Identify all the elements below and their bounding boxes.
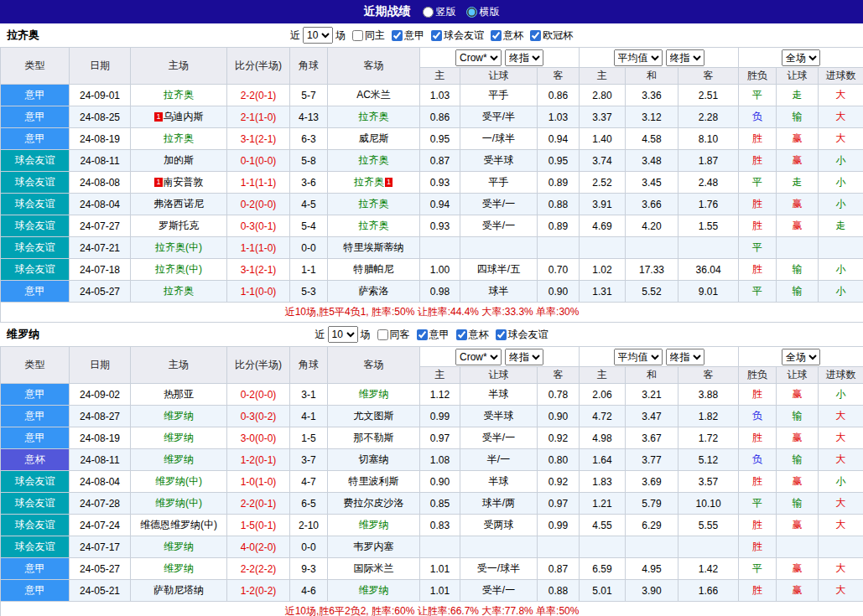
home-team-cell[interactable]: 罗斯托克	[131, 215, 227, 237]
away-team-name[interactable]: 拉齐奥	[354, 176, 384, 188]
league-filter-checkbox[interactable]: 球会友谊	[427, 28, 484, 43]
home-team-cell[interactable]: 1南安普敦	[131, 172, 227, 194]
home-team-name[interactable]: 维罗纳	[164, 453, 194, 465]
odds-company-select[interactable]: Crow*	[455, 49, 502, 66]
odds-company-select[interactable]: Crow*	[455, 349, 502, 365]
score-cell[interactable]: 1-1(0-0)	[227, 281, 290, 303]
home-team-cell[interactable]: 加的斯	[131, 150, 227, 172]
layout-radio-input[interactable]	[423, 7, 434, 18]
score-cell[interactable]: 0-3(0-2)	[227, 406, 290, 427]
away-team-cell[interactable]: 尤文图斯	[328, 406, 420, 427]
away-team-name[interactable]: 维罗纳	[359, 519, 389, 531]
away-team-cell[interactable]: 特里波利斯	[328, 471, 420, 493]
home-team-cell[interactable]: 拉齐奥	[131, 85, 227, 106]
home-team-cell[interactable]: 拉齐奥(中)	[131, 237, 227, 259]
home-team-cell[interactable]: 弗洛西诺尼	[131, 194, 227, 215]
home-team-cell[interactable]: 维罗纳	[131, 558, 227, 580]
away-team-cell[interactable]: AC米兰	[328, 85, 420, 106]
home-team-name[interactable]: 维罗纳	[164, 410, 194, 422]
league-filter-checkbox[interactable]: 同客	[373, 328, 410, 342]
away-team-cell[interactable]: 拉齐奥	[328, 194, 420, 215]
league-filter-checkbox[interactable]: 意甲	[413, 328, 450, 342]
home-team-cell[interactable]: 维罗纳	[131, 406, 227, 427]
score-cell[interactable]: 1-2(0-2)	[227, 580, 290, 602]
away-team-name[interactable]: 切塞纳	[359, 453, 389, 465]
home-team-cell[interactable]: 维罗纳(中)	[131, 471, 227, 493]
league-filter-checkbox[interactable]: 意甲	[387, 28, 424, 43]
away-team-name[interactable]: 韦罗内塞	[354, 541, 394, 552]
away-team-cell[interactable]: 拉齐奥	[328, 215, 420, 237]
league-filter-checkbox-input[interactable]	[417, 329, 428, 340]
away-team-cell[interactable]: 拉齐奥	[328, 150, 420, 172]
score-cell[interactable]: 1-2(0-1)	[227, 449, 290, 471]
away-team-cell[interactable]: 维罗纳	[328, 580, 420, 602]
final-index-select[interactable]: 终指	[666, 49, 704, 66]
league-filter-checkbox[interactable]: 球会友谊	[491, 328, 548, 342]
away-team-name[interactable]: 尤文图斯	[354, 410, 394, 422]
full-match-select[interactable]: 全场	[782, 49, 820, 66]
home-team-name[interactable]: 加的斯	[164, 154, 194, 166]
away-team-cell[interactable]: 费拉尔皮沙洛	[328, 493, 420, 515]
home-team-cell[interactable]: 维罗纳	[131, 449, 227, 471]
away-team-cell[interactable]: 萨索洛	[328, 281, 420, 303]
away-team-name[interactable]: AC米兰	[356, 89, 391, 101]
league-filter-checkbox[interactable]: 欧冠杯	[526, 28, 573, 43]
score-cell[interactable]: 2-2(0-1)	[227, 85, 290, 106]
away-team-cell[interactable]: 维罗纳	[328, 515, 420, 536]
full-match-select[interactable]: 全场	[782, 349, 820, 365]
score-cell[interactable]: 1-5(0-1)	[227, 515, 290, 536]
away-team-name[interactable]: 那不勒斯	[354, 432, 394, 443]
home-team-name[interactable]: 维罗纳(中)	[155, 475, 202, 487]
away-team-name[interactable]: 特腊帕尼	[354, 263, 394, 275]
average-odds-select[interactable]: 平均值	[614, 349, 663, 365]
score-cell[interactable]: 3-0(0-0)	[227, 427, 290, 449]
home-team-name[interactable]: 维罗纳(中)	[155, 497, 202, 509]
home-team-name[interactable]: 萨勒尼塔纳	[153, 584, 204, 596]
away-team-cell[interactable]: 拉齐奥1	[328, 172, 420, 194]
away-team-cell[interactable]: 维罗纳	[328, 384, 420, 406]
average-odds-select[interactable]: 平均值	[614, 49, 663, 66]
league-filter-checkbox-input[interactable]	[431, 30, 442, 41]
home-team-cell[interactable]: 1乌迪内斯	[131, 106, 227, 128]
league-filter-checkbox-input[interactable]	[491, 30, 502, 41]
away-team-name[interactable]: 拉齐奥	[359, 111, 389, 122]
league-filter-checkbox[interactable]: 意杯	[452, 328, 489, 342]
score-cell[interactable]: 1-1(1-1)	[227, 172, 290, 194]
league-filter-checkbox-input[interactable]	[496, 329, 507, 340]
home-team-cell[interactable]: 萨勒尼塔纳	[131, 580, 227, 602]
home-team-name[interactable]: 拉齐奥(中)	[155, 263, 202, 275]
score-cell[interactable]: 0-3(0-1)	[227, 215, 290, 237]
home-team-cell[interactable]: 拉齐奥	[131, 281, 227, 303]
score-cell[interactable]: 0-2(0-0)	[227, 384, 290, 406]
league-filter-checkbox-input[interactable]	[392, 30, 403, 41]
home-team-name[interactable]: 维罗纳	[164, 562, 194, 574]
score-cell[interactable]: 2-1(1-0)	[227, 106, 290, 128]
recent-count-select[interactable]: 10	[303, 27, 333, 44]
layout-radio-vertical[interactable]: 竖版	[423, 5, 456, 19]
home-team-name[interactable]: 维罗纳	[164, 432, 194, 443]
league-filter-checkbox-input[interactable]	[456, 329, 467, 340]
home-team-cell[interactable]: 维德恩维罗纳(中)	[131, 515, 227, 536]
score-cell[interactable]: 0-1(0-0)	[227, 150, 290, 172]
away-team-name[interactable]: 拉齐奥	[359, 198, 389, 210]
away-team-name[interactable]: 特里波利斯	[349, 475, 399, 487]
league-filter-checkbox[interactable]: 意杯	[486, 28, 523, 43]
home-team-name[interactable]: 乌迪内斯	[164, 111, 204, 122]
home-team-cell[interactable]: 维罗纳(中)	[131, 493, 227, 515]
recent-count-select[interactable]: 10	[328, 326, 358, 343]
league-filter-checkbox-input[interactable]	[530, 30, 541, 41]
final-index-select[interactable]: 终指	[505, 349, 543, 365]
score-cell[interactable]: 0-2(0-0)	[227, 194, 290, 215]
away-team-cell[interactable]: 威尼斯	[328, 128, 420, 150]
away-team-cell[interactable]: 拉齐奥	[328, 106, 420, 128]
score-cell[interactable]: 4-0(2-0)	[227, 536, 290, 558]
away-team-cell[interactable]: 特里埃斯蒂纳	[328, 237, 420, 259]
league-filter-checkbox-input[interactable]	[377, 329, 388, 340]
score-cell[interactable]: 1-1(1-0)	[227, 237, 290, 259]
home-team-cell[interactable]: 拉齐奥(中)	[131, 259, 227, 281]
home-team-name[interactable]: 拉齐奥	[164, 285, 194, 297]
away-team-cell[interactable]: 切塞纳	[328, 449, 420, 471]
final-index-select[interactable]: 终指	[666, 349, 704, 365]
home-team-name[interactable]: 南安普敦	[164, 176, 204, 188]
final-index-select[interactable]: 终指	[505, 49, 543, 66]
